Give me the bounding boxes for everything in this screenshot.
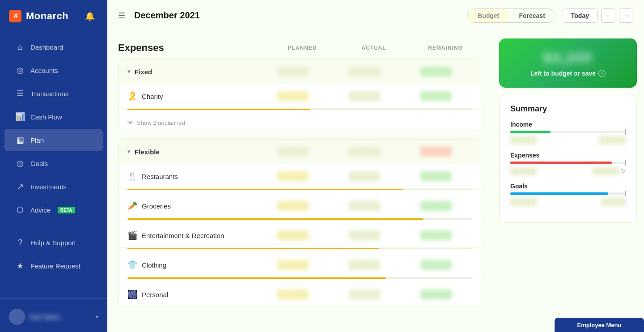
charity-emoji-icon: 🎗️ <box>127 91 137 101</box>
employee-menu-bar[interactable]: Employee Menu <box>555 318 644 332</box>
sidebar-item-accounts[interactable]: ◎ Accounts <box>4 59 103 81</box>
entertainment-row[interactable]: 🎬 Entertainment & Recreation $300 $220 $… <box>119 223 481 248</box>
sidebar-item-plan[interactable]: ▦ Plan <box>4 129 103 151</box>
personal-actual-value: — <box>329 289 400 299</box>
fixed-planned-value: $2,400 <box>257 67 329 77</box>
fixed-section-header-row[interactable]: ▾ Fixed $2,400 $1,200 $800 <box>119 60 481 84</box>
user-profile-area[interactable]: User Name ▾ <box>0 303 107 332</box>
clothing-row[interactable]: 👕 Clothing $200 $150 $50 <box>119 253 481 277</box>
summary-expenses-track <box>510 162 626 164</box>
budget-toggle-button[interactable]: Budget <box>468 9 509 22</box>
dashboard-icon: ⌂ <box>15 43 25 52</box>
charity-progress-track <box>127 109 472 110</box>
charity-planned-value: $150 <box>257 91 329 101</box>
refresh-icon[interactable]: ↻ <box>621 168 626 175</box>
restaurants-row[interactable]: 🍴 Restaurants $600 $480 $120 <box>119 164 481 189</box>
feature-icon: ★ <box>15 261 25 271</box>
sidebar-item-dashboard[interactable]: ⌂ Dashboard <box>4 36 103 58</box>
summary-goals-label: Goals <box>510 183 626 190</box>
entertainment-progress-track <box>127 248 472 249</box>
avatar <box>9 309 25 325</box>
personal-row[interactable]: 🎆 Personal $250 — $250 <box>119 282 481 306</box>
summary-expenses-row: Expenses $6,200 $5,400 ↻ <box>510 152 626 175</box>
summary-expenses-fill <box>510 162 612 164</box>
today-button[interactable]: Today <box>563 9 597 23</box>
fixed-chevron-icon: ▾ <box>127 68 130 75</box>
user-name: User Name <box>30 314 91 320</box>
app-logo[interactable]: ✕ Monarch 🔔 <box>0 0 107 32</box>
budget-forecast-toggle: Budget Forecast <box>467 9 555 23</box>
next-month-button[interactable]: → <box>619 9 633 23</box>
charity-actual-value: $80 <box>329 91 400 101</box>
fixed-section: ▾ Fixed $2,400 $1,200 $800 🎗️ Charity $1… <box>118 59 481 132</box>
forecast-toggle-button[interactable]: Forecast <box>509 9 555 22</box>
page-title: December 2021 <box>134 10 460 21</box>
summary-goals-track <box>510 192 626 195</box>
sidebar-item-feature-request[interactable]: ★ Feature Request <box>4 255 103 277</box>
budget-table: Expenses PLANNED ACTUAL REMAINING ▾ Fixe… <box>107 31 492 332</box>
sidebar-item-label: Help & Support <box>30 239 76 247</box>
summary-income-values: $8,500 $3,100 <box>510 136 626 145</box>
flexible-section: ▾ Flexible $3,100 $2,400 -$200 🍴 Restaur… <box>118 139 481 307</box>
flexible-section-header-row[interactable]: ▾ Flexible $3,100 $2,400 -$200 <box>119 140 481 164</box>
clothing-label: 👕 Clothing <box>127 260 257 270</box>
sidebar-item-label: Transactions <box>30 90 68 98</box>
sidebar-item-label: Accounts <box>30 67 58 74</box>
sidebar-item-investments[interactable]: ↗ Investments <box>4 175 103 198</box>
restaurants-progress-track <box>127 189 472 190</box>
summary-expenses-actual: $5,400 <box>592 167 619 175</box>
chevron-down-icon: ▾ <box>96 314 98 320</box>
clothing-actual-value: $150 <box>329 260 400 270</box>
summary-title: Summary <box>510 104 626 114</box>
sidebar-item-transactions[interactable]: ☰ Transactions <box>4 82 103 105</box>
restaurants-emoji-icon: 🍴 <box>127 171 137 181</box>
sidebar-item-goals[interactable]: ◎ Goals <box>4 152 103 175</box>
flexible-chevron-icon: ▾ <box>127 149 130 155</box>
topbar: ☰ December 2021 Budget Forecast Today ← … <box>107 0 644 31</box>
summary-goals-fill <box>510 192 608 195</box>
charity-row[interactable]: 🎗️ Charity $150 $80 $70 <box>119 84 481 109</box>
sidebar-item-label: Dashboard <box>30 43 63 51</box>
investments-icon: ↗ <box>15 182 25 192</box>
hamburger-menu-icon[interactable]: ☰ <box>118 11 125 21</box>
content-area: Expenses PLANNED ACTUAL REMAINING ▾ Fixe… <box>107 31 644 332</box>
groceries-progress-fill <box>127 218 424 220</box>
right-panel: $4,200 Left to budget or save i Summary … <box>492 31 644 332</box>
summary-income-planned: $8,500 <box>510 136 537 145</box>
clothing-progress-track <box>127 277 472 279</box>
sidebar-item-advice[interactable]: ⬡ Advice BETA <box>4 199 103 221</box>
planned-column-header: PLANNED <box>267 45 338 51</box>
flexible-actual-value: $2,400 <box>329 147 400 157</box>
charity-remaining-value: $70 <box>400 91 472 101</box>
groceries-row[interactable]: 🥕 Groceries $500 $430 $70 <box>119 194 481 218</box>
clothing-emoji-icon: 👕 <box>127 260 137 270</box>
entertainment-label: 🎬 Entertainment & Recreation <box>127 230 257 240</box>
clothing-progress-fill <box>127 277 386 279</box>
entertainment-progress-fill <box>127 248 379 249</box>
notification-bell-icon[interactable]: 🔔 <box>85 11 95 21</box>
summary-goals-actual: $850 <box>601 198 626 206</box>
sidebar-item-label: Plan <box>30 136 44 144</box>
charity-progress-fill <box>127 109 310 110</box>
personal-remaining-value: $250 <box>400 289 472 299</box>
groceries-planned-value: $500 <box>257 201 329 211</box>
sidebar-item-cashflow[interactable]: 📊 Cash Flow <box>4 106 103 128</box>
prev-month-button[interactable]: ← <box>601 9 615 23</box>
advice-icon: ⬡ <box>15 205 25 215</box>
sidebar-item-label: Cash Flow <box>30 113 62 121</box>
show-unplanned-button[interactable]: 👁 Show 2 unplanned <box>119 114 481 132</box>
personal-emoji-icon: 🎆 <box>127 289 137 299</box>
summary-goals-planned: $1,000 <box>510 198 537 206</box>
summary-income-actual: $3,100 <box>599 136 626 145</box>
employee-menu-label: Employee Menu <box>577 322 622 328</box>
sidebar-user-area: User Name ▾ <box>0 298 107 332</box>
sidebar-item-help[interactable]: ? Help & Support <box>4 232 103 254</box>
cashflow-icon: 📊 <box>15 112 25 122</box>
flexible-planned-value: $3,100 <box>257 147 329 157</box>
info-icon[interactable]: i <box>598 70 606 77</box>
entertainment-actual-value: $220 <box>329 230 400 240</box>
restaurants-progress-fill <box>127 189 403 190</box>
expenses-title: Expenses <box>118 42 267 54</box>
advice-beta-badge: BETA <box>58 207 75 213</box>
sidebar-item-label: Feature Request <box>30 262 80 270</box>
